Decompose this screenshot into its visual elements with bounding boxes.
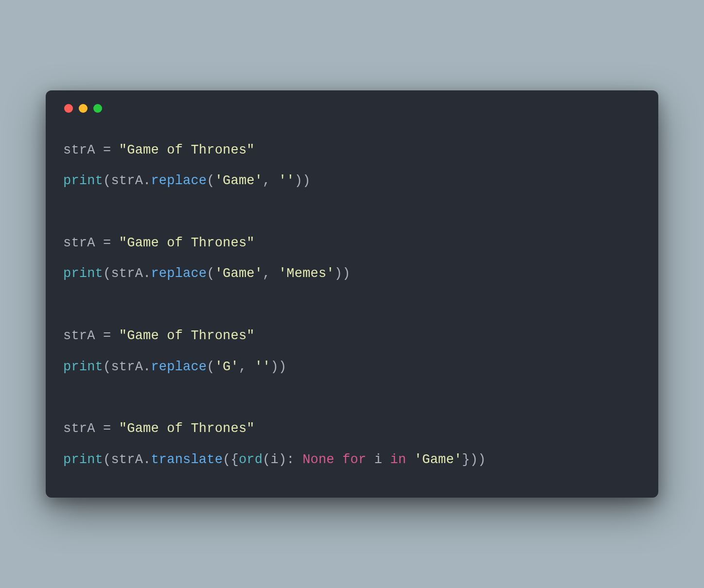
minimize-icon[interactable]: [79, 104, 88, 113]
code-line: print(strA.translate({ord(i): None for i…: [63, 452, 486, 467]
paren: (: [103, 360, 111, 374]
paren: (: [207, 173, 214, 188]
code-line: print(strA.replace('G', '')): [63, 360, 286, 374]
dot: .: [143, 452, 151, 467]
paren: ): [470, 452, 478, 467]
brace: {: [230, 452, 238, 467]
comma: ,: [263, 173, 279, 188]
maximize-icon[interactable]: [93, 104, 102, 113]
method: translate: [151, 452, 223, 467]
paren: ): [271, 360, 279, 374]
builtin-print: print: [63, 266, 103, 281]
variable: strA: [63, 421, 95, 436]
string-literal: 'Game': [215, 266, 263, 281]
string-literal: '': [255, 360, 271, 374]
paren: ): [279, 360, 286, 374]
string-literal: 'Game': [414, 452, 462, 467]
variable: strA: [111, 452, 143, 467]
string-literal: "Game of Thrones": [119, 143, 255, 157]
paren: ): [302, 173, 310, 188]
code-line: strA = "Game of Thrones": [63, 143, 255, 157]
dot: .: [143, 266, 151, 281]
code-line: print(strA.replace('Game', 'Memes')): [63, 266, 351, 281]
builtin-print: print: [63, 452, 103, 467]
paren: ): [334, 266, 342, 281]
variable: strA: [111, 266, 143, 281]
code-line: print(strA.replace('Game', '')): [63, 173, 311, 188]
colon: :: [286, 452, 302, 467]
method: replace: [151, 360, 207, 374]
string-literal: 'Memes': [279, 266, 334, 281]
string-literal: '': [279, 173, 295, 188]
code-line: strA = "Game of Thrones": [63, 329, 255, 343]
paren: ): [478, 452, 486, 467]
paren: (: [103, 452, 111, 467]
builtin-print: print: [63, 173, 103, 188]
close-icon[interactable]: [64, 104, 73, 113]
method: replace: [151, 266, 207, 281]
code-window: strA = "Game of Thrones" print(strA.repl…: [46, 90, 658, 498]
method: replace: [151, 173, 207, 188]
paren: ): [279, 452, 286, 467]
variable: i: [271, 452, 279, 467]
variable: i: [374, 452, 382, 467]
paren: (: [223, 452, 230, 467]
paren: (: [103, 266, 111, 281]
keyword-in: in: [390, 452, 406, 467]
variable: strA: [111, 360, 143, 374]
constant-none: None: [302, 452, 334, 467]
paren: (: [263, 452, 270, 467]
code-line: strA = "Game of Thrones": [63, 236, 255, 250]
space: [382, 452, 390, 467]
traffic-lights: [64, 104, 641, 113]
string-literal: 'Game': [215, 173, 263, 188]
builtin-ord: ord: [239, 452, 263, 467]
variable: strA: [63, 143, 95, 157]
comma: ,: [263, 266, 279, 281]
code-line: strA = "Game of Thrones": [63, 421, 255, 436]
space: [334, 452, 342, 467]
keyword-for: for: [342, 452, 366, 467]
paren: (: [207, 266, 214, 281]
paren: (: [207, 360, 214, 374]
dot: .: [143, 173, 151, 188]
paren: (: [103, 173, 111, 188]
brace: }: [462, 452, 470, 467]
string-literal: "Game of Thrones": [119, 329, 255, 343]
builtin-print: print: [63, 360, 103, 374]
operator: =: [95, 421, 119, 436]
comma: ,: [239, 360, 255, 374]
operator: =: [95, 143, 119, 157]
operator: =: [95, 329, 119, 343]
operator: =: [95, 236, 119, 250]
string-literal: "Game of Thrones": [119, 236, 255, 250]
space: [366, 452, 374, 467]
dot: .: [143, 360, 151, 374]
variable: strA: [111, 173, 143, 188]
variable: strA: [63, 329, 95, 343]
variable: strA: [63, 236, 95, 250]
paren: ): [295, 173, 302, 188]
code-editor[interactable]: strA = "Game of Thrones" print(strA.repl…: [63, 135, 641, 476]
string-literal: 'G': [215, 360, 239, 374]
space: [406, 452, 414, 467]
string-literal: "Game of Thrones": [119, 421, 255, 436]
paren: ): [342, 266, 350, 281]
